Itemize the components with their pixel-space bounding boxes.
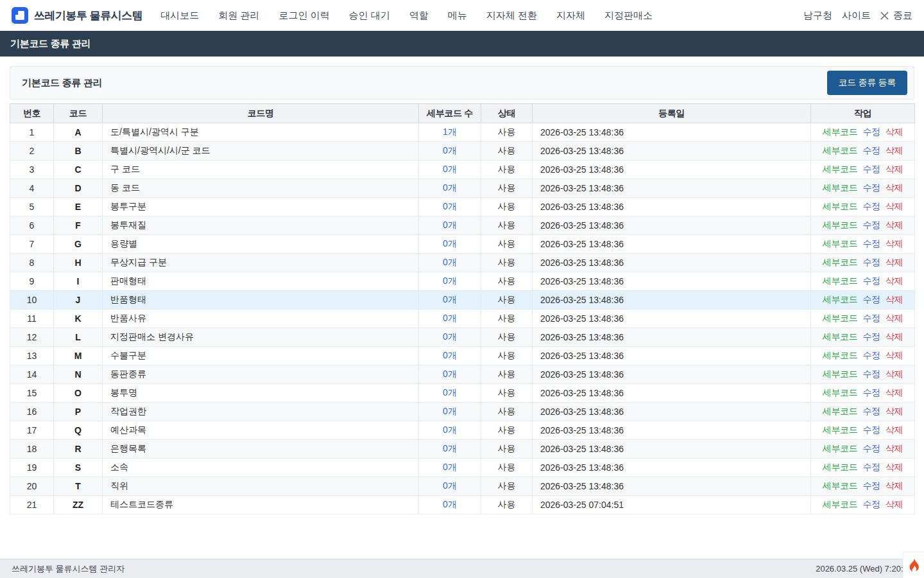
edit-link[interactable]: 수정 xyxy=(863,369,880,379)
detail-count-link[interactable]: 0개 xyxy=(443,313,457,323)
delete-link[interactable]: 삭제 xyxy=(886,201,903,211)
detail-count-link[interactable]: 0개 xyxy=(443,480,457,491)
edit-link[interactable]: 수정 xyxy=(863,164,880,174)
detail-code-link[interactable]: 세부코드 xyxy=(823,164,858,174)
edit-link[interactable]: 수정 xyxy=(863,145,880,155)
column-header: 상태 xyxy=(481,104,533,123)
delete-link[interactable]: 삭제 xyxy=(886,294,903,304)
delete-link[interactable]: 삭제 xyxy=(886,443,903,453)
edit-link[interactable]: 수정 xyxy=(863,425,880,435)
detail-count-link[interactable]: 0개 xyxy=(443,369,457,379)
detail-count-link[interactable]: 0개 xyxy=(443,331,457,342)
row-number: 5 xyxy=(10,198,54,216)
edit-link[interactable]: 수정 xyxy=(863,182,880,193)
detail-count-link[interactable]: 0개 xyxy=(443,164,457,174)
nav-item-7[interactable]: 지자체 전환 xyxy=(486,10,537,22)
delete-link[interactable]: 삭제 xyxy=(886,350,903,360)
detail-code-link[interactable]: 세부코드 xyxy=(823,257,858,267)
delete-link[interactable]: 삭제 xyxy=(886,220,903,230)
nav-item-5[interactable]: 역할 xyxy=(409,10,429,22)
detail-count-link[interactable]: 0개 xyxy=(443,182,457,193)
site-link[interactable]: 사이트 xyxy=(842,10,871,22)
detail-code-link[interactable]: 세부코드 xyxy=(823,276,858,286)
delete-link[interactable]: 삭제 xyxy=(886,331,903,342)
edit-link[interactable]: 수정 xyxy=(863,480,880,491)
detail-count-link[interactable]: 0개 xyxy=(443,276,457,286)
detail-count-link[interactable]: 0개 xyxy=(443,294,457,304)
edit-link[interactable]: 수정 xyxy=(863,331,880,342)
detail-code-link[interactable]: 세부코드 xyxy=(823,331,858,342)
edit-link[interactable]: 수정 xyxy=(863,127,880,137)
detail-count-link[interactable]: 0개 xyxy=(443,238,457,249)
delete-link[interactable]: 삭제 xyxy=(886,425,903,435)
delete-link[interactable]: 삭제 xyxy=(886,313,903,323)
delete-link[interactable]: 삭제 xyxy=(886,127,903,137)
detail-code-link[interactable]: 세부코드 xyxy=(823,201,858,211)
nav-item-4[interactable]: 승인 대기 xyxy=(349,10,390,22)
exit-button[interactable]: 종료 xyxy=(880,10,912,22)
detail-count-link[interactable]: 0개 xyxy=(443,443,457,453)
edit-link[interactable]: 수정 xyxy=(863,350,880,360)
delete-link[interactable]: 삭제 xyxy=(886,257,903,267)
detail-code-link[interactable]: 세부코드 xyxy=(823,313,858,323)
detail-code-link[interactable]: 세부코드 xyxy=(823,425,858,435)
detail-count-link[interactable]: 0개 xyxy=(443,387,457,398)
delete-link[interactable]: 삭제 xyxy=(886,164,903,174)
detail-count-link[interactable]: 1개 xyxy=(443,127,457,137)
nav-item-9[interactable]: 지정판매소 xyxy=(604,10,653,22)
edit-link[interactable]: 수정 xyxy=(863,462,880,472)
delete-link[interactable]: 삭제 xyxy=(886,182,903,193)
brand[interactable]: 쓰레기봉투 물류시스템 xyxy=(12,7,142,24)
edit-link[interactable]: 수정 xyxy=(863,406,880,416)
delete-link[interactable]: 삭제 xyxy=(886,387,903,398)
detail-count-link[interactable]: 0개 xyxy=(443,499,457,509)
nav-item-1[interactable]: 대시보드 xyxy=(160,10,199,22)
detail-code-link[interactable]: 세부코드 xyxy=(823,499,858,509)
row-number: 19 xyxy=(10,459,54,477)
delete-link[interactable]: 삭제 xyxy=(886,276,903,286)
detail-code-link[interactable]: 세부코드 xyxy=(823,369,858,379)
delete-link[interactable]: 삭제 xyxy=(886,238,903,249)
detail-code-link[interactable]: 세부코드 xyxy=(823,127,858,137)
detail-code-link[interactable]: 세부코드 xyxy=(823,238,858,249)
nav-item-3[interactable]: 로그인 이력 xyxy=(278,10,329,22)
detail-code-link[interactable]: 세부코드 xyxy=(823,443,858,453)
edit-link[interactable]: 수정 xyxy=(863,443,880,453)
delete-link[interactable]: 삭제 xyxy=(886,369,903,379)
register-code-type-button[interactable]: 코드 종류 등록 xyxy=(827,71,907,95)
delete-link[interactable]: 삭제 xyxy=(886,462,903,472)
detail-code-link[interactable]: 세부코드 xyxy=(823,462,858,472)
edit-link[interactable]: 수정 xyxy=(863,257,880,267)
detail-count-link[interactable]: 0개 xyxy=(443,145,457,155)
nav-item-6[interactable]: 메뉴 xyxy=(448,10,467,22)
edit-link[interactable]: 수정 xyxy=(863,499,880,509)
detail-count-link[interactable]: 0개 xyxy=(443,406,457,416)
detail-code-link[interactable]: 세부코드 xyxy=(823,480,858,491)
nav-item-2[interactable]: 회원 관리 xyxy=(218,10,259,22)
edit-link[interactable]: 수정 xyxy=(863,294,880,304)
edit-link[interactable]: 수정 xyxy=(863,201,880,211)
detail-code-link[interactable]: 세부코드 xyxy=(823,350,858,360)
delete-link[interactable]: 삭제 xyxy=(886,499,903,509)
delete-link[interactable]: 삭제 xyxy=(886,406,903,416)
detail-code-link[interactable]: 세부코드 xyxy=(823,220,858,230)
detail-count-link[interactable]: 0개 xyxy=(443,425,457,435)
detail-count-link[interactable]: 0개 xyxy=(443,462,457,472)
detail-count-link[interactable]: 0개 xyxy=(443,257,457,267)
detail-count-link[interactable]: 0개 xyxy=(443,220,457,230)
detail-code-link[interactable]: 세부코드 xyxy=(823,387,858,398)
detail-count-link[interactable]: 0개 xyxy=(443,350,457,360)
delete-link[interactable]: 삭제 xyxy=(886,145,903,155)
detail-code-link[interactable]: 세부코드 xyxy=(823,294,858,304)
detail-count-link[interactable]: 0개 xyxy=(443,201,457,211)
edit-link[interactable]: 수정 xyxy=(863,238,880,249)
edit-link[interactable]: 수정 xyxy=(863,387,880,398)
delete-link[interactable]: 삭제 xyxy=(886,480,903,491)
nav-item-8[interactable]: 지자체 xyxy=(556,10,585,22)
detail-code-link[interactable]: 세부코드 xyxy=(823,406,858,416)
detail-code-link[interactable]: 세부코드 xyxy=(823,145,858,155)
edit-link[interactable]: 수정 xyxy=(863,276,880,286)
edit-link[interactable]: 수정 xyxy=(863,220,880,230)
edit-link[interactable]: 수정 xyxy=(863,313,880,323)
detail-code-link[interactable]: 세부코드 xyxy=(823,182,858,193)
